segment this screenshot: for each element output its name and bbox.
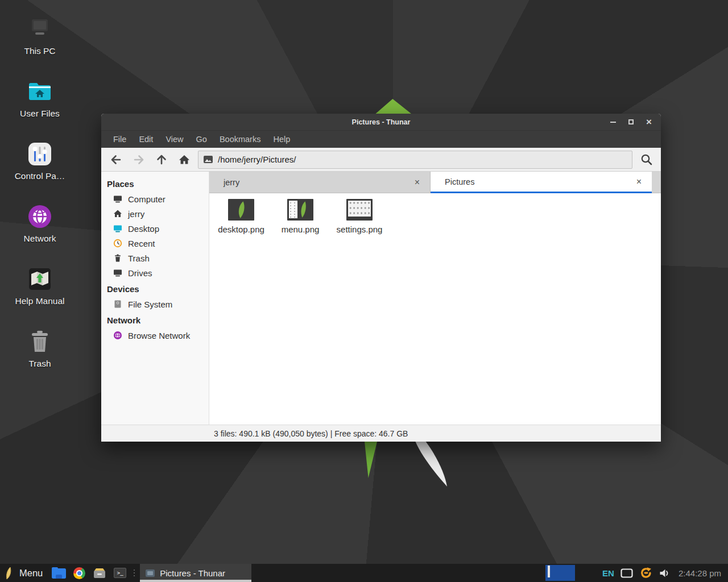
back-button[interactable] xyxy=(105,150,127,169)
sidebar-item-label: Desktop xyxy=(128,224,159,234)
maximize-icon[interactable] xyxy=(628,119,634,124)
trash-icon xyxy=(113,253,122,263)
menu-go[interactable]: Go xyxy=(190,135,213,144)
clock[interactable]: 2:44:28 pm xyxy=(679,568,721,578)
taskbar-left: Menu >_ Pictures - Thunar xyxy=(0,564,251,582)
window-title: Pictures - Thunar xyxy=(101,118,661,126)
computer-icon xyxy=(113,194,122,203)
menu-button[interactable]: Menu xyxy=(19,568,43,579)
minimize-icon[interactable] xyxy=(610,122,616,123)
sidebar-item-jerry[interactable]: jerry xyxy=(101,206,209,221)
drives-icon xyxy=(113,268,122,277)
sidebar-item-label: Computer xyxy=(128,194,166,204)
window-titlebar[interactable]: Pictures - Thunar × xyxy=(101,114,661,130)
desktop-icon-user-files[interactable]: User Files xyxy=(6,78,74,119)
thunar-window-icon xyxy=(146,569,155,577)
sidebar-item-drives[interactable]: Drives xyxy=(101,265,209,280)
file-name: desktop.png xyxy=(218,225,264,234)
tab-close-icon[interactable]: × xyxy=(412,178,422,187)
tab-label: Pictures xyxy=(445,177,634,186)
display-settings-icon[interactable] xyxy=(621,568,633,578)
up-button[interactable] xyxy=(150,150,173,169)
network-globe-icon xyxy=(27,203,53,230)
workspace-switcher[interactable] xyxy=(545,565,575,581)
sidebar-heading-network: Network xyxy=(101,311,209,328)
desktop-icon-label: Control Pa… xyxy=(15,171,65,181)
file-manager-icon xyxy=(52,567,66,579)
browse-network-globe-icon xyxy=(113,331,122,340)
menu-edit[interactable]: Edit xyxy=(133,135,159,144)
search-button[interactable] xyxy=(636,150,657,169)
file-view[interactable]: desktop.png menu.png settings.png xyxy=(209,193,661,425)
status-bar: 3 files: 490.1 kB (490,050 bytes) | Free… xyxy=(101,425,661,442)
keyboard-layout-indicator[interactable]: EN xyxy=(602,568,614,578)
archive-manager-launcher[interactable] xyxy=(92,564,107,582)
panel-separator-handle[interactable] xyxy=(134,569,135,576)
tab-jerry[interactable]: jerry × xyxy=(209,172,431,193)
desktop-icon-this-pc[interactable]: This PC xyxy=(6,16,74,56)
file-settings-png[interactable]: settings.png xyxy=(332,199,387,234)
user-files-folder-icon xyxy=(27,78,53,105)
image-thumbnail xyxy=(287,199,313,221)
help-manual-icon xyxy=(27,266,53,292)
sidebar-item-trash[interactable]: Trash xyxy=(101,251,209,265)
home-button[interactable] xyxy=(173,150,196,169)
chrome-browser-icon xyxy=(73,567,85,579)
trash-can-icon xyxy=(27,329,53,355)
chrome-launcher[interactable] xyxy=(71,564,87,582)
computer-icon xyxy=(27,16,53,42)
sidebar-item-file-system[interactable]: File System xyxy=(101,297,209,311)
sidebar-item-computer[interactable]: Computer xyxy=(101,192,209,206)
linux-lite-feather-icon[interactable] xyxy=(5,567,14,580)
desktop-icon-network[interactable]: Network xyxy=(6,203,74,244)
sidebar-heading-devices: Devices xyxy=(101,280,209,297)
desktop-icon xyxy=(113,224,122,233)
sidebar-item-label: Recent xyxy=(128,239,155,248)
sidebar-item-label: Trash xyxy=(128,253,150,263)
menu-bookmarks[interactable]: Bookmarks xyxy=(213,135,267,144)
tab-label: jerry xyxy=(224,178,412,187)
menu-file[interactable]: File xyxy=(107,135,133,144)
recent-clock-icon xyxy=(113,239,122,248)
taskbar-window-label: Pictures - Thunar xyxy=(160,568,225,578)
close-icon[interactable]: × xyxy=(646,117,652,127)
sidebar-item-browse-network[interactable]: Browse Network xyxy=(101,328,209,343)
forward-button[interactable] xyxy=(127,150,150,169)
terminal-launcher[interactable]: >_ xyxy=(112,564,128,582)
desktop-icon-control-panel[interactable]: Control Pa… xyxy=(6,141,74,181)
desktop-icon-label: Help Manual xyxy=(15,296,64,306)
sidebar-item-label: Browse Network xyxy=(128,331,190,340)
taskbar-window-button[interactable]: Pictures - Thunar xyxy=(140,564,251,582)
sidebar-item-recent[interactable]: Recent xyxy=(101,236,209,251)
menu-help[interactable]: Help xyxy=(267,135,296,144)
image-thumbnail xyxy=(346,199,373,221)
sidebar-item-desktop[interactable]: Desktop xyxy=(101,221,209,236)
tab-bar-filler xyxy=(652,172,661,193)
thunar-window: Pictures - Thunar × File Edit View Go Bo… xyxy=(101,114,661,442)
volume-speaker-icon[interactable] xyxy=(659,568,670,578)
desktop-icon-trash[interactable]: Trash xyxy=(6,329,74,369)
file-menu-png[interactable]: menu.png xyxy=(273,199,328,234)
desktop-icon-help-manual[interactable]: Help Manual xyxy=(6,266,74,306)
terminal-icon: >_ xyxy=(114,568,126,578)
toolbar: /home/jerry/Pictures/ xyxy=(101,148,661,172)
tab-close-icon[interactable]: × xyxy=(634,177,644,186)
path-bar[interactable]: /home/jerry/Pictures/ xyxy=(198,151,632,169)
back-arrow-icon xyxy=(110,153,122,166)
desktop-icon-label: Trash xyxy=(28,359,51,369)
update-notifier-icon[interactable] xyxy=(639,566,653,580)
home-icon xyxy=(113,209,122,218)
tab-pictures[interactable]: Pictures × xyxy=(431,172,652,193)
sidebar-item-label: Drives xyxy=(128,268,152,278)
filesystem-drive-icon xyxy=(113,300,122,309)
status-text: 3 files: 490.1 kB (490,050 bytes) | Free… xyxy=(214,429,408,438)
file-manager-launcher[interactable] xyxy=(51,564,67,582)
taskbar-right: EN 2:44:28 pm xyxy=(545,565,728,581)
menu-view[interactable]: View xyxy=(159,135,189,144)
file-desktop-png[interactable]: desktop.png xyxy=(214,199,268,234)
workspace-active-window xyxy=(548,566,550,577)
menu-bar: File Edit View Go Bookmarks Help xyxy=(101,130,661,148)
sidebar-item-label: jerry xyxy=(128,209,144,219)
tab-bar: jerry × Pictures × xyxy=(209,172,661,193)
sidebar-item-label: File System xyxy=(128,300,172,309)
